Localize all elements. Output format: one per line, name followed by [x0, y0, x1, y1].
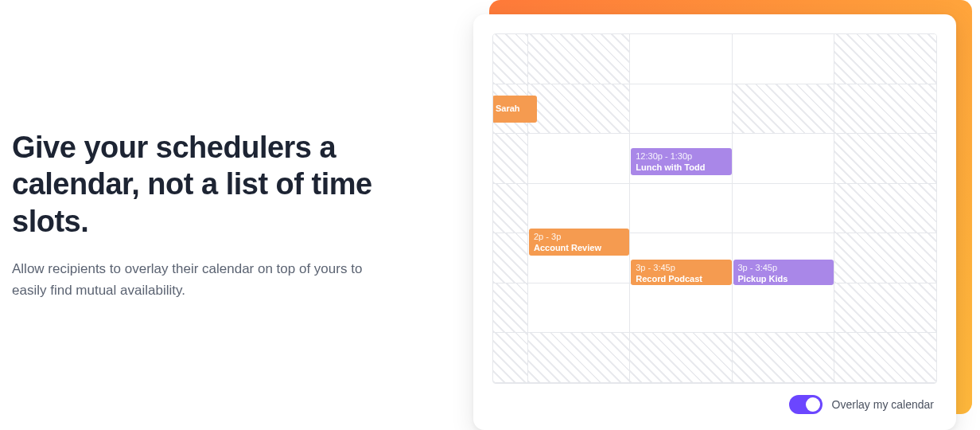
grid-cell	[733, 333, 834, 383]
grid-cell	[630, 34, 732, 84]
event-time: 3p - 3:45p	[738, 263, 829, 274]
calendar-card: Sarah 12:30p - 1:30p Lunch with Todd 2p …	[473, 14, 956, 430]
overlay-toggle-label: Overlay my calendar	[832, 398, 934, 411]
event-title: Pickup Kids	[738, 274, 829, 285]
event-time: 3p - 3:45p	[636, 263, 726, 274]
grid-cell	[493, 34, 528, 84]
grid-cell	[630, 184, 732, 234]
event-time: 12:30p - 1:30p	[636, 151, 726, 162]
grid-cell	[528, 283, 630, 334]
grid-cell	[733, 84, 834, 135]
grid-cell	[528, 134, 630, 184]
grid-cell	[493, 134, 528, 184]
grid-cell	[630, 283, 732, 334]
marketing-copy: Give your schedulers a calendar, not a l…	[12, 129, 402, 301]
calendar-preview: Sarah 12:30p - 1:30p Lunch with Todd 2p …	[473, 0, 956, 430]
grid-cell	[834, 84, 936, 135]
subtext: Allow recipients to overlay their calend…	[12, 259, 378, 301]
grid-cell	[528, 84, 630, 135]
calendar-event-pickup-kids[interactable]: 3p - 3:45p Pickup Kids	[733, 260, 834, 285]
grid-cell	[493, 184, 528, 234]
grid-cell	[733, 283, 834, 334]
event-time: 2p - 3p	[534, 232, 624, 243]
overlay-toggle-row: Overlay my calendar	[473, 392, 956, 430]
event-title: Account Review	[534, 243, 624, 254]
grid-cell	[528, 34, 630, 84]
calendar-event-record-podcast[interactable]: 3p - 3:45p Record Podcast	[631, 260, 731, 285]
calendar-event-lunch[interactable]: 12:30p - 1:30p Lunch with Todd	[631, 148, 731, 175]
grid-cell	[630, 84, 732, 135]
grid-cell	[493, 333, 528, 383]
event-title: Sarah	[496, 104, 520, 115]
event-title: Lunch with Todd	[636, 162, 726, 174]
calendar-grid	[493, 34, 936, 383]
grid-cell	[733, 184, 834, 234]
grid-cell	[493, 283, 528, 334]
grid-cell	[528, 184, 630, 234]
toggle-knob	[806, 397, 820, 412]
calendar-grid-container: Sarah 12:30p - 1:30p Lunch with Todd 2p …	[492, 33, 937, 384]
grid-cell	[630, 333, 732, 383]
grid-cell	[733, 34, 834, 84]
grid-cell	[834, 283, 936, 334]
grid-cell	[834, 34, 936, 84]
overlay-calendar-toggle[interactable]	[789, 395, 822, 414]
grid-cell	[493, 233, 528, 283]
calendar-event-sarah[interactable]: Sarah	[492, 96, 537, 123]
calendar-event-account-review[interactable]: 2p - 3p Account Review	[529, 229, 629, 256]
headline: Give your schedulers a calendar, not a l…	[12, 129, 402, 240]
event-title: Record Podcast	[636, 274, 726, 285]
grid-cell	[834, 333, 936, 383]
grid-cell	[834, 184, 936, 234]
grid-cell	[834, 134, 936, 184]
grid-cell	[733, 134, 834, 184]
grid-cell	[834, 233, 936, 283]
grid-cell	[528, 333, 630, 383]
